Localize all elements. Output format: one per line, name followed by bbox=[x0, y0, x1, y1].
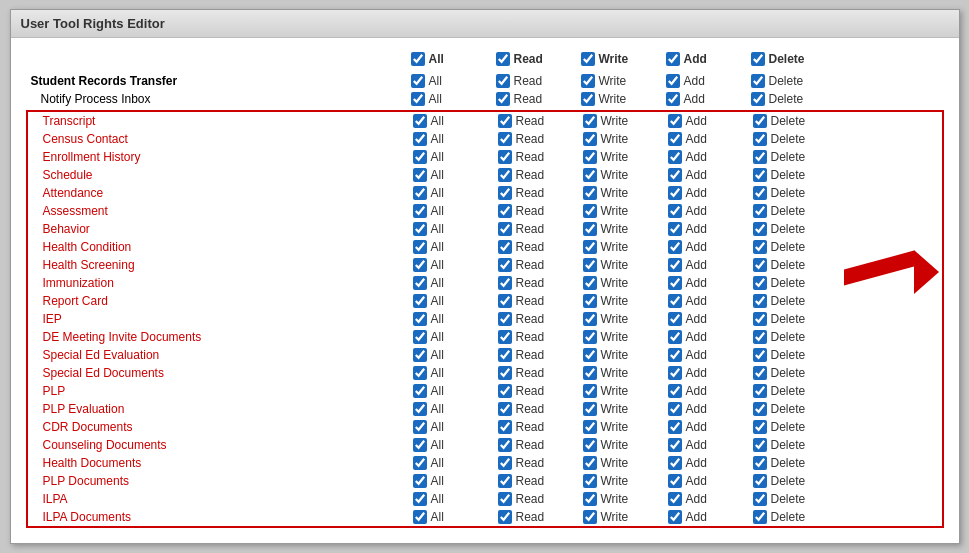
cb-plp-read[interactable] bbox=[498, 384, 512, 398]
cb-cdr-documents-read[interactable] bbox=[498, 420, 512, 434]
cb-health-screening-add[interactable] bbox=[668, 258, 682, 272]
checkbox-all[interactable] bbox=[411, 74, 425, 88]
cb-immunization-all[interactable] bbox=[413, 276, 427, 290]
cb-health-condition-add[interactable] bbox=[668, 240, 682, 254]
cb-health-documents-write[interactable] bbox=[583, 456, 597, 470]
cb-plp-documents-delete[interactable] bbox=[753, 474, 767, 488]
cb-plp-documents-read[interactable] bbox=[498, 474, 512, 488]
cb-iep-delete[interactable] bbox=[753, 312, 767, 326]
cb-notify-add[interactable] bbox=[666, 92, 680, 106]
cb-special-ed-evaluation-all[interactable] bbox=[413, 348, 427, 362]
cb-schedule-add[interactable] bbox=[668, 168, 682, 182]
cb-health-condition-read[interactable] bbox=[498, 240, 512, 254]
cb-behavior-delete[interactable] bbox=[753, 222, 767, 236]
cb-plp-evaluation-all[interactable] bbox=[413, 402, 427, 416]
cb-assessment-read[interactable] bbox=[498, 204, 512, 218]
cb-de-meeting-invite-documents-read[interactable] bbox=[498, 330, 512, 344]
cb-special-ed-documents-read[interactable] bbox=[498, 366, 512, 380]
cb-notify-read[interactable] bbox=[496, 92, 510, 106]
cb-immunization-read[interactable] bbox=[498, 276, 512, 290]
cb-iep-all[interactable] bbox=[413, 312, 427, 326]
header-write-checkbox[interactable] bbox=[581, 52, 595, 66]
cb-counseling-documents-add[interactable] bbox=[668, 438, 682, 452]
cb-plp-write[interactable] bbox=[583, 384, 597, 398]
cb-plp-documents-all[interactable] bbox=[413, 474, 427, 488]
cb-assessment-delete[interactable] bbox=[753, 204, 767, 218]
cb-de-meeting-invite-documents-delete[interactable] bbox=[753, 330, 767, 344]
cb-transcript-add[interactable] bbox=[668, 114, 682, 128]
cb-counseling-documents-write[interactable] bbox=[583, 438, 597, 452]
cb-ilpa-add[interactable] bbox=[668, 492, 682, 506]
checkbox-read[interactable] bbox=[496, 74, 510, 88]
cb-notify-delete[interactable] bbox=[751, 92, 765, 106]
cb-cdr-documents-delete[interactable] bbox=[753, 420, 767, 434]
cb-special-ed-evaluation-add[interactable] bbox=[668, 348, 682, 362]
cb-special-ed-evaluation-read[interactable] bbox=[498, 348, 512, 362]
cb-transcript-read[interactable] bbox=[498, 114, 512, 128]
cb-health-condition-all[interactable] bbox=[413, 240, 427, 254]
cb-ilpa-read[interactable] bbox=[498, 492, 512, 506]
cb-iep-add[interactable] bbox=[668, 312, 682, 326]
cb-health-condition-write[interactable] bbox=[583, 240, 597, 254]
cb-enrollment-history-add[interactable] bbox=[668, 150, 682, 164]
cb-health-documents-read[interactable] bbox=[498, 456, 512, 470]
cb-plp-evaluation-delete[interactable] bbox=[753, 402, 767, 416]
cb-transcript-all[interactable] bbox=[413, 114, 427, 128]
checkbox-delete[interactable] bbox=[751, 74, 765, 88]
checkbox-add[interactable] bbox=[666, 74, 680, 88]
cb-schedule-delete[interactable] bbox=[753, 168, 767, 182]
cb-census-contact-add[interactable] bbox=[668, 132, 682, 146]
header-delete-checkbox[interactable] bbox=[751, 52, 765, 66]
cb-schedule-write[interactable] bbox=[583, 168, 597, 182]
cb-counseling-documents-read[interactable] bbox=[498, 438, 512, 452]
cb-immunization-delete[interactable] bbox=[753, 276, 767, 290]
cb-cdr-documents-write[interactable] bbox=[583, 420, 597, 434]
cb-special-ed-documents-add[interactable] bbox=[668, 366, 682, 380]
cb-report-card-all[interactable] bbox=[413, 294, 427, 308]
cb-health-screening-delete[interactable] bbox=[753, 258, 767, 272]
header-all-checkbox[interactable] bbox=[411, 52, 425, 66]
cb-notify-all[interactable] bbox=[411, 92, 425, 106]
cb-enrollment-history-delete[interactable] bbox=[753, 150, 767, 164]
cb-ilpa-delete[interactable] bbox=[753, 492, 767, 506]
cb-health-screening-write[interactable] bbox=[583, 258, 597, 272]
cb-cdr-documents-all[interactable] bbox=[413, 420, 427, 434]
cb-assessment-add[interactable] bbox=[668, 204, 682, 218]
cb-ilpa-write[interactable] bbox=[583, 492, 597, 506]
cb-health-condition-delete[interactable] bbox=[753, 240, 767, 254]
cb-census-contact-write[interactable] bbox=[583, 132, 597, 146]
cb-special-ed-evaluation-delete[interactable] bbox=[753, 348, 767, 362]
cb-health-documents-delete[interactable] bbox=[753, 456, 767, 470]
cb-assessment-all[interactable] bbox=[413, 204, 427, 218]
cb-behavior-all[interactable] bbox=[413, 222, 427, 236]
cb-iep-write[interactable] bbox=[583, 312, 597, 326]
cb-ilpa-documents-all[interactable] bbox=[413, 510, 427, 524]
cb-census-contact-all[interactable] bbox=[413, 132, 427, 146]
header-add-checkbox[interactable] bbox=[666, 52, 680, 66]
cb-de-meeting-invite-documents-add[interactable] bbox=[668, 330, 682, 344]
cb-health-screening-all[interactable] bbox=[413, 258, 427, 272]
cb-cdr-documents-add[interactable] bbox=[668, 420, 682, 434]
cb-counseling-documents-delete[interactable] bbox=[753, 438, 767, 452]
cb-ilpa-documents-add[interactable] bbox=[668, 510, 682, 524]
cb-health-screening-read[interactable] bbox=[498, 258, 512, 272]
cb-special-ed-documents-all[interactable] bbox=[413, 366, 427, 380]
cb-plp-all[interactable] bbox=[413, 384, 427, 398]
header-read-checkbox[interactable] bbox=[496, 52, 510, 66]
cb-enrollment-history-read[interactable] bbox=[498, 150, 512, 164]
cb-health-documents-all[interactable] bbox=[413, 456, 427, 470]
cb-plp-evaluation-write[interactable] bbox=[583, 402, 597, 416]
cb-census-contact-read[interactable] bbox=[498, 132, 512, 146]
cb-notify-write[interactable] bbox=[581, 92, 595, 106]
cb-plp-delete[interactable] bbox=[753, 384, 767, 398]
cb-enrollment-history-all[interactable] bbox=[413, 150, 427, 164]
cb-special-ed-documents-delete[interactable] bbox=[753, 366, 767, 380]
cb-attendance-add[interactable] bbox=[668, 186, 682, 200]
cb-behavior-write[interactable] bbox=[583, 222, 597, 236]
cb-ilpa-documents-write[interactable] bbox=[583, 510, 597, 524]
cb-iep-read[interactable] bbox=[498, 312, 512, 326]
cb-attendance-read[interactable] bbox=[498, 186, 512, 200]
cb-plp-add[interactable] bbox=[668, 384, 682, 398]
cb-plp-documents-write[interactable] bbox=[583, 474, 597, 488]
cb-immunization-write[interactable] bbox=[583, 276, 597, 290]
